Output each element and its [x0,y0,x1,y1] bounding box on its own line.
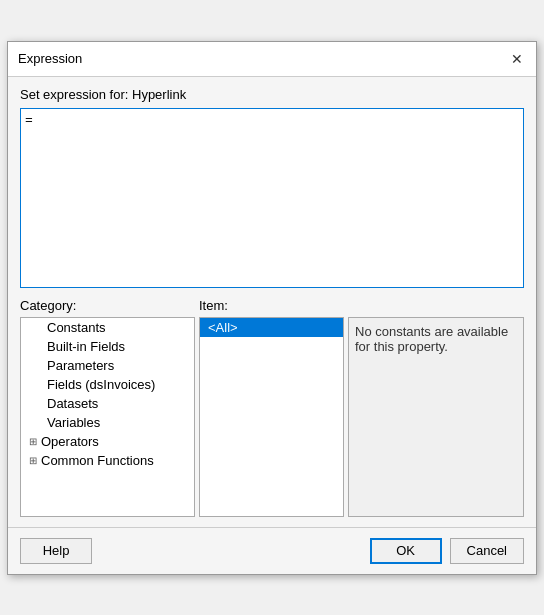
category-item-label: Built-in Fields [47,339,125,354]
item-list-item-label: <All> [208,320,238,335]
category-item-common-functions[interactable]: ⊞Common Functions [21,451,194,470]
item-list-item-all[interactable]: <All> [200,318,343,337]
category-listbox[interactable]: ConstantsBuilt-in FieldsParametersFields… [20,317,195,517]
category-item-label: Datasets [47,396,98,411]
item-panel: Item: <All> [199,298,344,517]
footer-right: OK Cancel [370,538,524,564]
title-bar: Expression ✕ [8,42,536,77]
category-label: Category: [20,298,195,313]
category-item-variables[interactable]: Variables [21,413,194,432]
description-text: No constants are available for this prop… [355,324,508,354]
category-item-built-in-fields[interactable]: Built-in Fields [21,337,194,356]
item-label: Item: [199,298,344,313]
help-button[interactable]: Help [20,538,92,564]
set-expression-label: Set expression for: Hyperlink [20,87,524,102]
close-button[interactable]: ✕ [508,50,526,68]
category-item-constants[interactable]: Constants [21,318,194,337]
category-item-label: Parameters [47,358,114,373]
description-label [348,298,524,313]
category-item-datasets[interactable]: Datasets [21,394,194,413]
ok-button[interactable]: OK [370,538,442,564]
panels-row: Category: ConstantsBuilt-in FieldsParame… [20,298,524,517]
footer-buttons: Help OK Cancel [8,527,536,574]
expression-textarea[interactable]: =| [20,108,524,288]
item-listbox[interactable]: <All> [199,317,344,517]
description-panel: No constants are available for this prop… [348,298,524,517]
dialog-content: Set expression for: Hyperlink =| Categor… [8,77,536,527]
expand-icon: ⊞ [29,455,37,466]
category-item-fields-dsinvoices[interactable]: Fields (dsInvoices) [21,375,194,394]
category-panel: Category: ConstantsBuilt-in FieldsParame… [20,298,195,517]
category-item-label: Variables [47,415,100,430]
expand-icon: ⊞ [29,436,37,447]
dialog-title: Expression [18,51,82,66]
category-item-label: Operators [41,434,99,449]
category-item-label: Fields (dsInvoices) [47,377,155,392]
expression-dialog: Expression ✕ Set expression for: Hyperli… [7,41,537,575]
category-item-parameters[interactable]: Parameters [21,356,194,375]
category-item-label: Common Functions [41,453,154,468]
category-item-operators[interactable]: ⊞Operators [21,432,194,451]
description-box: No constants are available for this prop… [348,317,524,517]
category-item-label: Constants [47,320,106,335]
cancel-button[interactable]: Cancel [450,538,524,564]
